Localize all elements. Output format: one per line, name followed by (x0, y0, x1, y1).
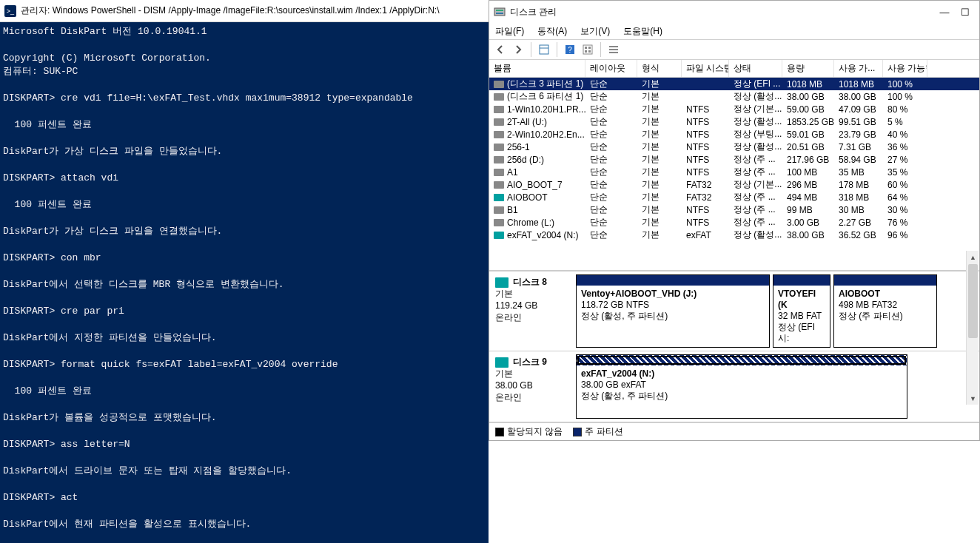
powershell-title: 관리자: Windows PowerShell - DISM /Apply-Im… (21, 4, 440, 17)
table-cell: B1 (489, 205, 585, 215)
table-row[interactable]: AIO_BOOT_7단순기본FAT32정상 (기본...296 MB178 MB… (489, 178, 979, 191)
table-cell: 기본 (637, 203, 682, 216)
table-row[interactable]: 2-Win10.20H2.En...단순기본NTFS정상 (부팅...59.01… (489, 128, 979, 141)
partition-name: AIOBOOT (839, 289, 932, 300)
vertical-scrollbar[interactable]: ▲ ▼ (966, 251, 979, 405)
menu-item[interactable]: 도움말(H) (623, 25, 662, 38)
svg-rect-3 (540, 45, 548, 54)
maximize-button[interactable]: ☐ (960, 7, 970, 17)
table-cell: AIO_BOOT_7 (489, 180, 585, 190)
table-cell: 318 MB (834, 192, 883, 203)
table-cell: NTFS (682, 217, 729, 228)
scroll-down-button[interactable]: ▼ (967, 392, 979, 405)
partition-box[interactable]: AIOBOOT498 MB FAT32정상 (주 파티션) (833, 274, 937, 348)
table-cell: NTFS (682, 142, 729, 152)
volume-icon (494, 81, 504, 88)
partition-body: VTOYEFI (K32 MB FAT정상 (EFI 시: (773, 286, 830, 347)
volume-icon (494, 93, 504, 101)
table-cell: 36.52 GB (834, 230, 883, 240)
partition-size: 498 MB FAT32 (839, 300, 932, 311)
table-cell: 기본 (637, 229, 682, 241)
table-cell: NTFS (682, 205, 729, 215)
partition-box[interactable]: Ventoy+AIOBOOT_VHD (J:)118.72 GB NTFS정상 … (576, 274, 770, 348)
disk-size: 38.00 GB (495, 380, 533, 391)
table-cell: 80 % (883, 104, 927, 115)
table-cell: 1-Win10.20H1.PR... (489, 104, 585, 115)
table-cell: 단순 (585, 166, 637, 178)
table-cell: 정상 (부팅... (729, 128, 782, 141)
table-cell: NTFS (682, 155, 729, 165)
table-cell: 기본 (637, 103, 682, 115)
table-cell: 정상 (주 ... (729, 191, 782, 203)
toolbar-list-button[interactable] (605, 41, 622, 58)
column-header[interactable]: 볼륨 (489, 60, 585, 77)
diskmgmt-title: 디스크 관리 (510, 6, 557, 18)
table-row[interactable]: exFAT_v2004 (N:)단순기본exFAT정상 (활성...38.00 … (489, 229, 979, 241)
diskmgmt-menubar: 파일(F)동작(A)보기(V)도움말(H) (489, 23, 979, 39)
table-row[interactable]: 1-Win10.20H1.PR...단순기본NTFS정상 (기본...59.00… (489, 103, 979, 115)
menu-item[interactable]: 파일(F) (495, 25, 524, 38)
table-row[interactable]: 256d (D:)단순기본NTFS정상 (주 ...217.96 GB58.94… (489, 153, 979, 166)
svg-rect-7 (583, 45, 592, 54)
table-cell: 기본 (637, 178, 682, 191)
table-cell: 100 % (883, 79, 927, 90)
table-cell: 99.51 GB (834, 117, 883, 127)
table-cell: 256-1 (489, 142, 585, 152)
table-cell: 76 % (883, 217, 927, 228)
partition-box[interactable]: exFAT_v2004 (N:)38.00 GB exFAT정상 (활성, 주 … (576, 354, 907, 419)
table-cell: 기본 (637, 166, 682, 178)
table-cell: 정상 (기본... (729, 178, 782, 191)
nav-back-button[interactable] (492, 41, 509, 58)
toolbar-help-button[interactable]: ? (562, 41, 578, 58)
scroll-up-button[interactable]: ▲ (967, 251, 979, 263)
table-row[interactable]: 256-1단순기본NTFS정상 (활성...20.51 GB7.31 GB36 … (489, 141, 979, 153)
table-row[interactable]: B1단순기본NTFS정상 (주 ...99 MB30 MB30 % (489, 203, 979, 216)
table-cell: 96 % (883, 230, 927, 240)
table-cell: AIOBOOT (489, 192, 585, 203)
disk-type: 기본 (495, 368, 513, 379)
toolbar-settings-button[interactable] (580, 41, 596, 58)
nav-forward-button[interactable] (510, 41, 526, 58)
disk-label[interactable]: 디스크 8기본119.24 GB온라인 (489, 272, 576, 351)
partition-status: 정상 (활성, 주 파티션) (581, 311, 765, 322)
svg-text:?: ? (568, 46, 572, 54)
table-row[interactable]: (디스크 3 파티션 1)단순기본정상 (EFI ...1018 MB1018 … (489, 78, 979, 90)
column-header[interactable]: 레이아웃 (585, 60, 637, 77)
column-header[interactable]: 형식 (637, 60, 682, 77)
column-header[interactable]: 상태 (729, 60, 782, 77)
table-cell: 1018 MB (834, 79, 883, 90)
table-row[interactable]: A1단순기본NTFS정상 (주 ...100 MB35 MB35 % (489, 166, 979, 178)
table-cell: 단순 (585, 103, 637, 115)
menu-item[interactable]: 보기(V) (580, 25, 610, 38)
disk-label[interactable]: 디스크 9기본38.00 GB온라인 (489, 351, 576, 422)
column-header[interactable]: 파일 시스템 (682, 60, 729, 77)
menu-item[interactable]: 동작(A) (537, 25, 567, 38)
column-header[interactable]: 사용 가... (834, 60, 883, 77)
volume-table: 볼륨레이아웃형식파일 시스템상태용량사용 가...사용 가능한 (디스크 3 파… (489, 60, 979, 271)
scroll-thumb[interactable] (968, 264, 978, 338)
disk-status: 온라인 (495, 392, 522, 402)
powershell-console[interactable]: Microsoft DiskPart 버전 10.0.19041.1 Copyr… (0, 22, 489, 543)
table-cell: 100 MB (782, 167, 834, 178)
table-row[interactable]: Chrome (L:)단순기본NTFS정상 (주 ...3.00 GB2.27 … (489, 216, 979, 229)
disk-row: 디스크 9기본38.00 GB온라인exFAT_v2004 (N:)38.00 … (489, 351, 979, 422)
column-header[interactable]: 용량 (782, 60, 834, 77)
toolbar-view-button[interactable] (536, 41, 552, 58)
volume-icon (494, 156, 504, 163)
diskmgmt-toolbar: ? (489, 39, 979, 60)
legend: 할당되지 않음주 파티션 (489, 422, 979, 440)
svg-rect-0 (494, 8, 505, 16)
table-cell: 100 % (883, 92, 927, 102)
column-header[interactable]: 사용 가능한 (883, 60, 927, 77)
legend-swatch (495, 428, 504, 436)
volume-icon (494, 118, 504, 126)
minimize-button[interactable]: — (939, 7, 950, 17)
partition-status: 정상 (주 파티션) (839, 311, 932, 322)
table-row[interactable]: 2T-All (U:)단순기본NTFS정상 (활성...1853.25 GB99… (489, 115, 979, 128)
partition-box[interactable]: VTOYEFI (K32 MB FAT정상 (EFI 시: (773, 274, 830, 348)
table-cell: 정상 (활성... (729, 90, 782, 103)
table-cell: 2.27 GB (834, 217, 883, 228)
table-row[interactable]: (디스크 6 파티션 1)단순기본정상 (활성...38.00 GB38.00 … (489, 90, 979, 103)
table-cell: 30 % (883, 205, 927, 215)
table-row[interactable]: AIOBOOT단순기본FAT32정상 (주 ...494 MB318 MB64 … (489, 191, 979, 203)
